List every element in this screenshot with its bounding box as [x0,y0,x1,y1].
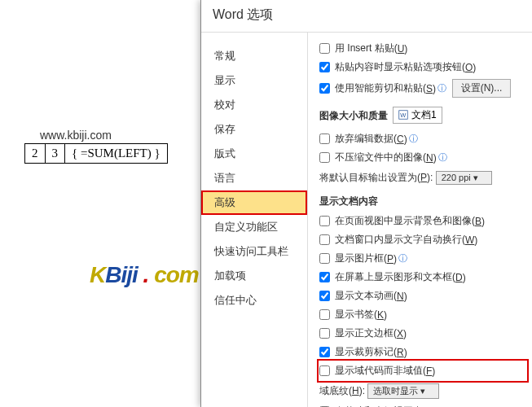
document-selector[interactable]: W 文档1 [393,107,442,124]
checkbox-smart-cut-paste[interactable] [319,83,330,94]
sidebar-item-proofing[interactable]: 校对 [201,93,307,117]
opt-picture-placeholders[interactable]: 显示图片框(P)ⓘ [319,249,526,268]
svg-text:W: W [400,112,407,119]
opt-text-animation[interactable]: 显示文本动画(N) [319,287,526,305]
checkbox[interactable] [319,216,330,226]
sidebar-item-customize-ribbon[interactable]: 自定义功能区 [201,215,307,239]
sidebar-item-general[interactable]: 常规 [201,44,307,68]
info-icon: ⓘ [438,151,447,164]
opt-smart-cut-paste[interactable]: 使用智能剪切和粘贴(S) ⓘ 设置(N)... [319,77,526,100]
opt-default-target-output: 将默认目标输出设置为(P): 220 ppi ▾ [319,167,526,189]
options-dialog: Word 选项 常规显示校对保存版式语言高级自定义功能区快速访问工具栏加载项信任… [200,0,532,407]
ppi-select[interactable]: 220 ppi ▾ [436,171,492,185]
opt-show-field-codes[interactable]: 显示域代码而非域值(F) [319,361,526,380]
opt-no-compress-images[interactable]: 不压缩文件中的图像(N) ⓘ [319,148,526,167]
checkbox[interactable] [319,234,330,245]
checkbox-no-compress-images[interactable] [319,152,330,163]
sidebar-item-save[interactable]: 保存 [201,117,307,142]
opt-text-boundaries[interactable]: 显示正文边框(X) [319,324,526,343]
checkbox[interactable] [319,272,330,282]
opt-insert-paste[interactable]: 用 Insert 粘贴(U) [319,39,526,58]
section-display-content: 显示文档内容 [319,189,526,212]
dialog-title: Word 选项 [201,0,532,33]
info-icon: ⓘ [437,82,446,94]
checkbox-discard-edit-data[interactable] [319,133,330,144]
checkbox[interactable] [319,328,330,339]
checkbox[interactable] [319,309,330,320]
field-shading-select[interactable]: 选取时显示 ▾ [367,383,439,399]
opt-draft-outline[interactable]: 在草稿和大纲视图中( [319,402,526,407]
cell-1[interactable]: 2 [25,144,46,164]
watermark-kbiji: KBiji . com [90,262,199,288]
opt-field-shading: 域底纹(H): 选取时显示 ▾ [319,380,526,402]
checkbox-insert-paste[interactable] [319,43,330,54]
checkbox-show-paste-options[interactable] [319,62,330,72]
opt-show-paste-options[interactable]: 粘贴内容时显示粘贴选项按钮(O) [319,58,526,77]
cell-formula[interactable]: { =SUM(LEFT) } [65,144,168,164]
doc-url-text: www.kbiji.com [40,129,112,142]
opt-show-bookmarks[interactable]: 显示书签(K) [319,305,526,324]
info-icon: ⓘ [398,252,407,265]
opt-crop-marks[interactable]: 显示裁剪标记(R) [319,343,526,361]
sidebar-item-language[interactable]: 语言 [201,166,307,190]
settings-button[interactable]: 设置(N)... [452,79,512,98]
opt-wrap-text[interactable]: 文档窗口内显示文字自动换行(W) [319,230,526,249]
sidebar: 常规显示校对保存版式语言高级自定义功能区快速访问工具栏加载项信任中心 [201,33,308,407]
sidebar-item-display[interactable]: 显示 [201,68,307,93]
checkbox-field-codes[interactable] [319,365,330,376]
info-icon: ⓘ [409,133,418,145]
opt-show-drawings[interactable]: 在屏幕上显示图形和文本框(D) [319,268,526,287]
sidebar-item-trust[interactable]: 信任中心 [201,288,307,313]
checkbox[interactable] [319,291,330,301]
opt-discard-edit-data[interactable]: 放弃编辑数据(C) ⓘ [319,129,526,148]
content-panel: 用 Insert 粘贴(U) 粘贴内容时显示粘贴选项按钮(O) 使用智能剪切和粘… [308,33,532,407]
checkbox[interactable] [319,347,330,357]
sidebar-item-addins[interactable]: 加载项 [201,264,307,288]
opt-show-bg-colors[interactable]: 在页面视图中显示背景色和图像(B) [319,212,526,230]
checkbox[interactable] [319,253,330,264]
sidebar-item-layout[interactable]: 版式 [201,142,307,166]
section-image-size: 图像大小和质量 [319,103,388,126]
doc-table: 2 3 { =SUM(LEFT) } [24,143,168,164]
word-doc-icon: W [398,110,408,120]
cell-2[interactable]: 3 [45,144,65,164]
sidebar-item-qat[interactable]: 快速访问工具栏 [201,239,307,264]
sidebar-item-advanced[interactable]: 高级 [201,190,307,215]
